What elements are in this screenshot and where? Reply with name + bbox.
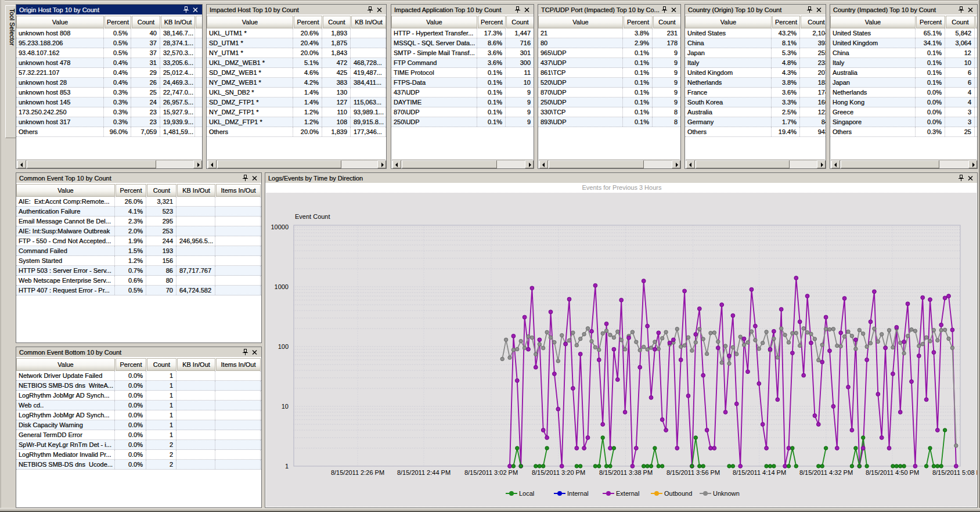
svg-text:Event Count: Event Count — [295, 213, 330, 220]
svg-text:8/15/2011 3:20 PM: 8/15/2011 3:20 PM — [532, 469, 585, 476]
svg-text:1000: 1000 — [275, 283, 289, 290]
svg-text:Outbound: Outbound — [664, 490, 692, 497]
svg-text:10000: 10000 — [271, 223, 289, 230]
svg-text:8/15/2011 2:26 PM: 8/15/2011 2:26 PM — [331, 469, 384, 476]
svg-text:Events for Previous 3 Hours: Events for Previous 3 Hours — [582, 184, 662, 191]
svg-text:8/15/2011 4:14 PM: 8/15/2011 4:14 PM — [733, 469, 786, 476]
svg-text:8/15/2011 3:56 PM: 8/15/2011 3:56 PM — [666, 469, 720, 476]
svg-text:External: External — [616, 490, 639, 497]
svg-text:Internal: Internal — [567, 490, 589, 497]
svg-text:Local: Local — [519, 490, 534, 497]
svg-text:8/15/2011 5:08 PM: 8/15/2011 5:08 PM — [932, 469, 978, 476]
svg-text:8/15/2011 2:44 PM: 8/15/2011 2:44 PM — [397, 469, 451, 476]
svg-text:1: 1 — [285, 463, 289, 470]
svg-text:8/15/2011 3:38 PM: 8/15/2011 3:38 PM — [599, 469, 653, 476]
svg-text:Unknown: Unknown — [713, 490, 740, 497]
svg-text:10: 10 — [282, 403, 289, 410]
svg-text:8/15/2011 3:02 PM: 8/15/2011 3:02 PM — [464, 469, 518, 476]
svg-text:8/15/2011 4:32 PM: 8/15/2011 4:32 PM — [799, 469, 853, 476]
svg-text:8/15/2011 4:50 PM: 8/15/2011 4:50 PM — [866, 469, 919, 476]
svg-text:100: 100 — [278, 343, 289, 350]
